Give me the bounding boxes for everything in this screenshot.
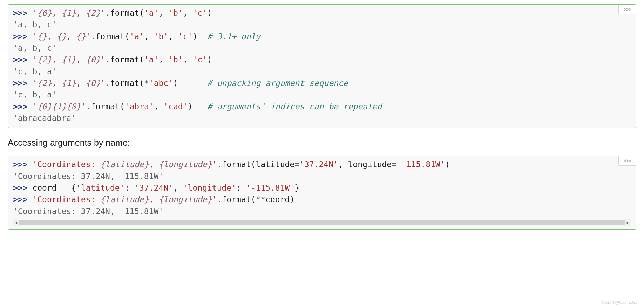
code-token-str: ' xyxy=(212,195,217,204)
code-token-str: , xyxy=(76,8,86,18)
code-token-str: , xyxy=(52,8,62,18)
code-token-fmt: {} xyxy=(76,32,86,41)
code-token-op: ** xyxy=(256,195,265,204)
code-token-fmt: {latitude} xyxy=(100,195,149,204)
code-token-str: ' xyxy=(32,55,37,64)
code-token-name: format( xyxy=(91,102,125,111)
code-token-fmt: {2} xyxy=(37,79,52,88)
code-token-str: 'a' xyxy=(144,8,159,18)
code-token-str: ' xyxy=(212,160,217,169)
code-token-name: format( xyxy=(110,8,144,18)
code-token-fmt: {0} xyxy=(86,55,101,64)
run-prompt-badge[interactable]: >>> xyxy=(618,156,636,166)
code-token-str: 'abc' xyxy=(149,79,173,88)
code-token-fmt: {} xyxy=(37,32,47,41)
code-token-name: , xyxy=(183,55,193,64)
code-token-str: '37.24N' xyxy=(299,160,338,169)
code-token-op: . xyxy=(105,55,110,64)
code-token-name: ) xyxy=(173,79,207,88)
code-token-name: format( xyxy=(110,55,144,64)
code-token-output: 'c, b, a' xyxy=(13,67,57,76)
code-token-str: ' xyxy=(100,8,105,18)
code-token-op: . xyxy=(91,32,96,41)
scroll-left-arrow[interactable]: ◄ xyxy=(13,219,19,226)
code-token-name: : xyxy=(236,183,246,192)
code-token-output: 'a, b, c' xyxy=(13,43,57,53)
code-token-str: '-115.81W' xyxy=(396,160,445,169)
code-token-str: , xyxy=(47,32,57,41)
code-token-prompt: >>> xyxy=(13,55,32,64)
code-token-output: 'abracadabra' xyxy=(13,114,76,123)
code-token-str: 'a' xyxy=(129,32,144,41)
code-token-str: 'c' xyxy=(192,55,207,64)
code-token-prompt: >>> xyxy=(13,102,32,111)
code-token-name: , xyxy=(168,32,178,41)
code-token-str: ' xyxy=(32,8,37,18)
code-token-name: ) xyxy=(207,55,212,64)
code-token-fmt: {0}{1}{0} xyxy=(37,102,81,111)
code-token-str: , xyxy=(52,55,62,64)
code-token-str: ' xyxy=(32,79,37,88)
code-token-name: format( xyxy=(110,79,144,88)
code-token-fmt: {2} xyxy=(86,8,101,18)
code-token-name: , xyxy=(159,8,169,18)
code-token-fmt: {longitude} xyxy=(158,160,212,169)
horizontal-scrollbar[interactable]: ◄ ► xyxy=(13,219,631,226)
code-token-name: , xyxy=(183,8,193,18)
code-token-name: ) xyxy=(192,32,207,41)
code-token-str: , xyxy=(76,79,86,88)
code-token-name: format(latitude xyxy=(222,160,295,169)
code-token-fmt: {latitude} xyxy=(100,160,149,169)
code-token-str: ' xyxy=(100,79,105,88)
code-token-prompt: >>> xyxy=(13,183,32,192)
code-token-name: , xyxy=(173,183,183,192)
code-token-str: 'b' xyxy=(154,32,169,41)
code-token-str: ' xyxy=(32,102,37,111)
code-token-name: : xyxy=(125,183,135,192)
code-block-1: >>> >>> '{0}, {1}, {2}'.format('a', 'b',… xyxy=(8,4,636,128)
code-token-fmt: {1} xyxy=(62,55,76,64)
code-token-str: ' xyxy=(86,32,91,41)
code-token-name: , longitude xyxy=(338,160,392,169)
code-token-name: ) xyxy=(207,8,212,18)
code-block-2: >>> >>> 'Coordinates: {latitude}, {longi… xyxy=(8,156,636,230)
scroll-track[interactable] xyxy=(19,220,625,225)
run-prompt-badge[interactable]: >>> xyxy=(618,5,636,14)
code-token-output: 'Coordinates: 37.24N, -115.81W' xyxy=(13,172,163,181)
code-token-str: '37.24N' xyxy=(134,183,173,192)
code-token-str: ' xyxy=(32,32,37,41)
code-token-op: . xyxy=(86,102,91,111)
code-token-str: 'abra' xyxy=(125,102,154,111)
code-token-prompt: >>> xyxy=(13,160,32,169)
code-token-fmt: {1} xyxy=(62,8,76,18)
code-token-name: format( xyxy=(222,195,256,204)
code-token-op: . xyxy=(105,79,110,88)
code-token-name: format( xyxy=(95,32,129,41)
code-token-name: } xyxy=(294,183,299,192)
code-token-comment: # 3.1+ only xyxy=(207,32,260,41)
code-token-output: 'Coordinates: 37.24N, -115.81W' xyxy=(13,207,163,216)
code-token-comment: # unpacking argument sequence xyxy=(207,79,348,88)
code-token-str: 'latitude' xyxy=(76,183,124,192)
code-block-1-content: >>> '{0}, {1}, {2}'.format('a', 'b', 'c'… xyxy=(13,7,631,124)
code-token-fmt: {} xyxy=(57,32,67,41)
code-token-name: ) xyxy=(188,102,207,111)
code-token-str: '-115.81W' xyxy=(246,183,294,192)
code-token-fmt: {longitude} xyxy=(158,195,212,204)
scroll-right-arrow[interactable]: ► xyxy=(625,219,631,226)
code-token-prompt: >>> xyxy=(13,195,32,204)
code-token-fmt: {0} xyxy=(37,8,52,18)
code-token-str: , xyxy=(52,79,62,88)
code-token-name: { xyxy=(71,183,76,192)
code-token-str: , xyxy=(149,160,159,169)
code-token-fmt: {2} xyxy=(37,55,52,64)
code-token-str: 'b' xyxy=(168,8,183,18)
code-token-fmt: {1} xyxy=(62,79,76,88)
code-token-op: = xyxy=(61,183,71,192)
code-token-name: , xyxy=(144,32,154,41)
code-token-op: . xyxy=(217,195,222,204)
code-token-name: coord) xyxy=(265,195,294,204)
code-token-op: = xyxy=(392,160,396,169)
code-token-str: , xyxy=(76,55,86,64)
code-token-name: ) xyxy=(445,160,450,169)
